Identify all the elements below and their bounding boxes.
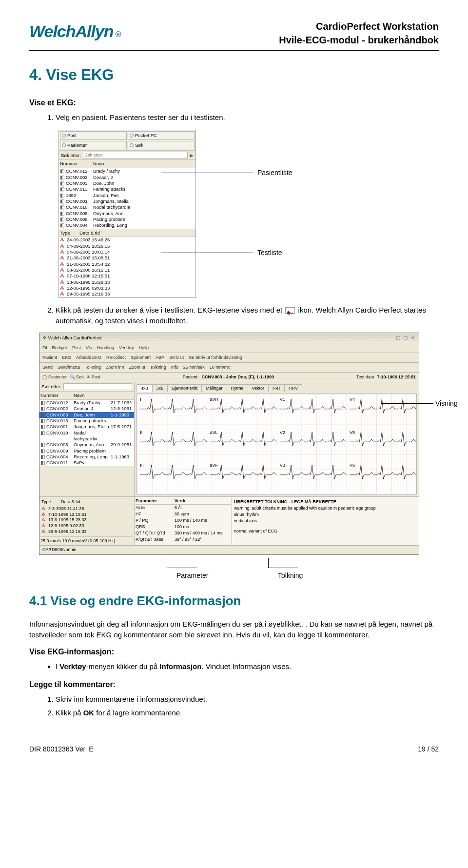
toolbar-1[interactable]: PasientEKGArbeids EKGRe-collectSpirometr…	[39, 353, 419, 363]
lead-tab[interactable]: Vektor	[248, 384, 269, 392]
patient-test-pane: Post Pocket PC Pasienter Søk Søk etter: …	[58, 130, 196, 298]
ecg-test-icon: Ѧ	[60, 237, 67, 243]
search-input[interactable]	[83, 152, 188, 158]
patient-row[interactable]: ◧CCNV.010Nodal tachycardia	[59, 204, 195, 210]
ecg-test-icon: Ѧ	[60, 249, 67, 255]
lead-tabs[interactable]: 4x33x6GjennomsnittMålingerRytmeVektorR-R…	[136, 384, 417, 392]
patient-row[interactable]: ◧CCNV.002Ceasar, J	[59, 175, 195, 180]
sok-btn[interactable]: 🔍 Søk	[70, 374, 84, 380]
sidebar-patient-row[interactable]: ◧CCNV.013Fainting attacks	[39, 418, 134, 424]
btm-test-row[interactable]: Ѧ2-3-2005 11:41:36	[40, 506, 133, 512]
patient-row[interactable]: ◧CCNV.012Brady /Tachy	[59, 168, 195, 174]
sidebar-patient-row[interactable]: ◧CCNV.003Doe, John1-1-1990	[39, 412, 134, 418]
toolbar-button[interactable]: EKG	[62, 355, 71, 361]
test-row[interactable]: Ѧ12-06-1995 09:02:33	[59, 285, 195, 291]
sidebar-patient-row[interactable]: ◧CCNV.012Brady /Tachy21-7-1962	[39, 400, 134, 406]
btm-test-row[interactable]: Ѧ12-6-1995 9:02:33	[40, 523, 133, 529]
tab-sok[interactable]: Søk	[128, 141, 195, 150]
window-buttons[interactable]: ▢ ▢ ✕	[396, 335, 416, 341]
patient-row[interactable]: ◧CCNV.008Onymous, Ann	[59, 211, 195, 217]
patient-row[interactable]: ◧CCNV.003Doe, John	[59, 180, 195, 186]
toolbar-button[interactable]: Skriv ut	[169, 355, 184, 361]
toolbar-button[interactable]: Arbeids EKG	[76, 355, 101, 361]
menu-item[interactable]: Fil	[42, 345, 47, 351]
sidebar-patient-row[interactable]: ◧CCNV.009Pacing problem	[39, 448, 134, 454]
btm-test-row[interactable]: Ѧ7-10-1996 12:15:51	[40, 512, 133, 518]
sidebar-patient-list[interactable]: ◧CCNV.012Brady /Tachy21-7-1962◧CCNV.002C…	[39, 400, 134, 466]
lead-tab[interactable]: Gjennomsnitt	[167, 384, 202, 392]
toolbar-button[interactable]: Spirometri	[131, 355, 151, 361]
pasienter-btn[interactable]: ◯ Pasienter	[42, 374, 67, 380]
sidebar-patient-row[interactable]: ◧CCNV.004Recording, Long1-1-1963	[39, 454, 134, 460]
toolbar-button[interactable]: Se Skriv ut forhåndsvisning	[189, 355, 242, 361]
col-name: Navn	[93, 160, 195, 167]
param-row: QRS100 ms	[136, 524, 231, 530]
ecg-trace-area: 4x33x6GjennomsnittMålingerRytmeVektorR-R…	[135, 382, 419, 496]
toolbar-2[interactable]: SendSend/mottaTolkningZoom innZoom utTol…	[39, 363, 419, 373]
patient-row[interactable]: ◧1892Jansen, Piet	[59, 193, 195, 198]
comment-step-1: Skriv inn kommentarene i informasjonsvin…	[56, 694, 439, 705]
test-row[interactable]: Ѧ24-09-2003 15:46:26	[59, 237, 195, 243]
lead-tab[interactable]: Rytme	[227, 384, 248, 392]
callout-pasientliste: Pasientliste	[257, 168, 292, 178]
tab-pocket-pc[interactable]: Pocket PC	[128, 131, 195, 140]
post-btn[interactable]: ✉ Post	[87, 374, 100, 380]
test-row[interactable]: Ѧ21-08-2003 13:54:22	[59, 261, 195, 267]
patient-row[interactable]: ◧CCNV.009Pacing problem	[59, 217, 195, 222]
toolbar-button[interactable]: Re-collect	[106, 355, 126, 361]
toolbar-button[interactable]: Tolkning	[85, 364, 101, 371]
tab-pasienter[interactable]: Pasienter	[60, 141, 127, 150]
lead-tab[interactable]: R-R	[268, 384, 285, 392]
menu-item[interactable]: Handling	[97, 345, 114, 351]
param-row: P/QRS/T akse39° / 95° / 22°	[136, 536, 231, 543]
patient-list[interactable]: ◧CCNV.012Brady /Tachy◧CCNV.002Ceasar, J◧…	[59, 168, 195, 228]
toolbar-button[interactable]: Info	[171, 364, 178, 371]
patient-row[interactable]: ◧CCNV.004Recording, Long	[59, 222, 195, 228]
btm-test-row[interactable]: Ѧ13-6-1995 15:28:33	[40, 517, 133, 523]
lead-tab[interactable]: HRV	[284, 384, 302, 392]
lead-tab[interactable]: 3x6	[152, 384, 168, 392]
sidebar-patient-row[interactable]: ◧CCNV.011SvPvt	[39, 460, 134, 466]
test-row[interactable]: Ѧ13-06-1995 15:28:33	[59, 279, 195, 285]
svg-text:aVL: aVL	[210, 430, 217, 435]
menu-item[interactable]: Rediger	[52, 345, 68, 351]
ecg-sidebar: Søk etter: Nummer Navn ◧CCNV.012Brady /T…	[39, 382, 135, 496]
test-list[interactable]: Ѧ24-09-2003 15:46:26Ѧ04-09-2003 10:26:15…	[59, 237, 195, 297]
test-row[interactable]: Ѧ07-10-1996 12:15:51	[59, 273, 195, 279]
lead-tab[interactable]: 4x3	[136, 384, 153, 392]
test-row[interactable]: Ѧ08-02-2000 16:15:11	[59, 267, 195, 273]
test-row[interactable]: Ѧ04-09-2003 10:26:15	[59, 243, 195, 249]
sidebar-search-input[interactable]	[63, 383, 132, 390]
menu-item[interactable]: Vis	[86, 345, 92, 351]
toolbar-button[interactable]: Send/motta	[58, 364, 80, 371]
patient-row[interactable]: ◧CCNV.001Jongmans, Stella	[59, 198, 195, 204]
toolbar-button[interactable]: 10 mm/mV	[210, 364, 231, 371]
lead-tab[interactable]: Målinger	[201, 384, 227, 392]
menu-bar[interactable]: FilRedigerPostVisHandlingVerktøyHjelp	[39, 343, 419, 353]
btm-test-row[interactable]: Ѧ29-5-1995 12:16:33	[40, 529, 133, 535]
step-list-1: Velg en pasient. Pasientens tester ser d…	[56, 112, 439, 123]
svg-text:I: I	[140, 397, 141, 402]
test-row[interactable]: Ѧ29-05-1995 12:16:33	[59, 291, 195, 297]
toolbar-button[interactable]: Send	[42, 364, 53, 371]
menu-item[interactable]: Hjelp	[138, 345, 149, 351]
bottom-tests: TypeDato & tid Ѧ2-3-2005 11:41:36Ѧ7-10-1…	[39, 497, 135, 546]
toolbar-button[interactable]: Pasient	[42, 355, 57, 361]
sidebar-patient-row[interactable]: ◧CCNV.001Jongmans, Stella17-5-1971	[39, 424, 134, 430]
sidebar-patient-row[interactable]: ◧CCNV.010Nodal tachycardia	[39, 430, 134, 442]
menu-item[interactable]: Verktøy	[119, 345, 134, 351]
person-icon: ◧	[60, 211, 66, 217]
toolbar-button[interactable]: Tolkning	[150, 364, 166, 371]
toolbar-button[interactable]: Zoom inn	[106, 364, 124, 371]
toolbar-button[interactable]: 25 mm/sek	[183, 364, 205, 371]
sidebar-patient-row[interactable]: ◧CCNV.002Ceasar, J12-8-1961	[39, 406, 134, 412]
tab-post[interactable]: Post	[60, 131, 127, 140]
sidebar-patient-row[interactable]: ◧CCNV.008Onymous, Ann29-9-1951	[39, 442, 134, 448]
test-row[interactable]: Ѧ21-08-2003 15:08:51	[59, 255, 195, 261]
toolbar-button[interactable]: Zoom ut	[129, 364, 145, 371]
search-go-icon[interactable]: ▶	[190, 152, 194, 159]
toolbar-button[interactable]: ABP	[156, 355, 164, 361]
menu-item[interactable]: Post	[72, 345, 81, 351]
ecg-main: Søk etter: Nummer Navn ◧CCNV.012Brady /T…	[39, 382, 419, 496]
patient-row[interactable]: ◧CCNV.013Fainting attacks	[59, 186, 195, 192]
